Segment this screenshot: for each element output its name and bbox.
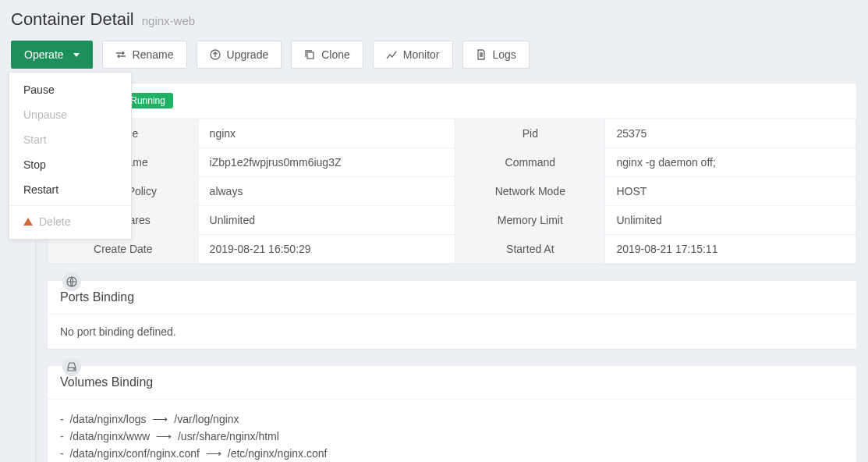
ports-title: Ports Binding [60,290,134,304]
dropdown-restart[interactable]: Restart [9,177,131,202]
ports-panel: Ports Binding No port binding defined. [47,280,857,350]
chevron-down-icon [73,53,80,57]
monitor-button[interactable]: Monitor [373,41,453,69]
arrow-right-icon: ⟶ [206,447,221,460]
operate-dropdown: Pause Unpause Start Stop Restart Delete [9,72,132,240]
basic-info-table: ImagenginxPid25375HostnameiZbp1e2fwpjrus… [48,119,856,264]
operate-label: Operate [24,48,64,61]
page-header: Container Detail nginx-web [11,9,857,30]
clone-button[interactable]: Clone [291,41,363,69]
table-row: Create Date2019-08-21 16:50:29Started At… [48,235,856,264]
timeline: Basic Info Running ImagenginxPid25375Hos… [11,83,857,462]
list-item: - /data/nginx/conf/nginx.conf ⟶ /etc/ngi… [60,445,844,462]
file-icon [476,49,487,60]
globe-icon [62,272,81,291]
chart-icon [386,49,397,60]
dropdown-separator [9,205,131,206]
volumes-list: - /data/nginx/logs ⟶ /var/log/nginx- /da… [60,410,844,462]
warning-icon [23,218,33,226]
svg-rect-1 [307,52,314,59]
arrow-right-icon: ⟶ [152,413,168,425]
up-circle-icon [210,49,221,60]
volumes-panel: Volumes Binding - /data/nginx/logs ⟶ /va… [47,365,857,462]
copy-icon [304,49,315,60]
container-name: nginx-web [142,14,195,27]
page-title: Container Detail [11,9,134,30]
arrow-right-icon: ⟶ [156,430,172,442]
basic-info-panel: Basic Info Running ImagenginxPid25375Hos… [47,83,857,265]
operate-button[interactable]: Operate [11,41,93,69]
upgrade-button[interactable]: Upgrade [197,41,282,69]
dropdown-unpause[interactable]: Unpause [9,102,131,127]
dropdown-delete[interactable]: Delete [9,209,131,234]
table-row: CpuSharesUnlimitedMemory LimitUnlimited [48,206,856,235]
dropdown-start[interactable]: Start [9,127,131,152]
toolbar: Operate Rename Upgrade Clone Monitor [11,41,857,69]
disk-icon [62,357,81,376]
dropdown-pause[interactable]: Pause [9,77,131,102]
volumes-title: Volumes Binding [60,375,153,389]
table-row: ImagenginxPid25375 [48,119,856,148]
ports-empty: No port binding defined. [60,325,176,338]
logs-button[interactable]: Logs [462,41,530,69]
dropdown-stop[interactable]: Stop [9,152,131,177]
rename-button[interactable]: Rename [102,41,187,69]
table-row: HostnameiZbp1e2fwpjrus0mm6iug3ZCommandng… [48,148,856,177]
table-row: Restart PolicyalwaysNetwork ModeHOST [48,177,856,206]
swap-icon [115,49,126,60]
svg-point-3 [74,369,75,370]
list-item: - /data/nginx/www ⟶ /usr/share/nginx/htm… [60,428,844,445]
list-item: - /data/nginx/logs ⟶ /var/log/nginx [60,410,844,428]
